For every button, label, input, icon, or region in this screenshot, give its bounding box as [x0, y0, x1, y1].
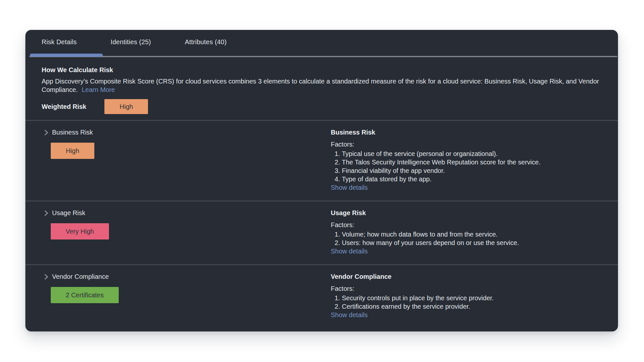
show-details-link[interactable]: Show details	[331, 184, 368, 191]
factors-label: Factors:	[331, 285, 611, 292]
intro-heading: How We Calculate Risk	[42, 66, 611, 74]
business-risk-title: Business Risk	[52, 129, 93, 136]
factors-label: Factors:	[331, 221, 611, 229]
show-details-link[interactable]: Show details	[331, 311, 368, 319]
active-tab-indicator	[30, 54, 103, 57]
intro-text: App Discovery’s Composite Risk Score (CR…	[42, 77, 611, 94]
tab-attributes[interactable]: Attributes (40)	[185, 38, 227, 46]
business-risk-badge: High	[51, 143, 94, 159]
factor-item: The Talos Security Intelligence Web Repu…	[342, 158, 611, 166]
usage-risk-title: Usage Risk	[52, 209, 85, 217]
chevron-right-icon	[43, 129, 49, 136]
weighted-risk-row: Weighted Risk High	[42, 99, 611, 114]
vendor-compliance-details: Vendor Compliance Factors: Security cont…	[331, 273, 611, 319]
tab-divider-line	[29, 56, 617, 57]
factors-list: Typical use of the service (personal or …	[331, 149, 611, 183]
factors-label: Factors:	[331, 141, 611, 148]
vendor-compliance-badge: 2 Certificates	[51, 287, 119, 303]
usage-risk-summary: Usage Risk Very High	[42, 209, 331, 255]
business-risk-summary: Business Risk High	[42, 129, 331, 191]
factor-item: Users: how many of your users depend on …	[342, 239, 611, 247]
factor-item: Financial viability of the app vendor.	[342, 166, 611, 175]
usage-risk-toggle[interactable]: Usage Risk	[43, 209, 331, 217]
detail-title: Vendor Compliance	[331, 273, 611, 280]
factors-list: Volume; how much data flows to and from …	[331, 230, 611, 247]
how-we-calculate-risk-section: How We Calculate Risk App Discovery’s Co…	[25, 57, 618, 120]
factor-item: Type of data stored by the app.	[342, 175, 611, 183]
learn-more-link[interactable]: Learn More	[82, 86, 115, 93]
factors-list: Security controls put in place by the se…	[331, 294, 611, 311]
factor-item: Typical use of the service (personal or …	[342, 149, 611, 158]
factor-item: Certifications earned by the service pro…	[342, 302, 611, 311]
vendor-compliance-title: Vendor Compliance	[52, 273, 109, 280]
weighted-risk-label: Weighted Risk	[42, 103, 86, 110]
vendor-compliance-summary: Vendor Compliance 2 Certificates	[42, 273, 331, 319]
risk-section-usage: Usage Risk Very High Usage Risk Factors:…	[25, 200, 618, 264]
detail-title: Business Risk	[331, 129, 611, 136]
usage-risk-badge: Very High	[51, 223, 109, 239]
chevron-right-icon	[43, 210, 49, 216]
chevron-right-icon	[43, 274, 49, 280]
show-details-link[interactable]: Show details	[331, 248, 368, 255]
factor-item: Security controls put in place by the se…	[342, 294, 611, 302]
intro-body-text: App Discovery’s Composite Risk Score (CR…	[42, 78, 599, 93]
vendor-compliance-toggle[interactable]: Vendor Compliance	[43, 273, 331, 280]
factor-item: Volume; how much data flows to and from …	[342, 230, 611, 239]
weighted-risk-badge: High	[104, 99, 148, 114]
detail-title: Usage Risk	[331, 209, 611, 217]
business-risk-details: Business Risk Factors: Typical use of th…	[331, 129, 611, 191]
business-risk-toggle[interactable]: Business Risk	[43, 129, 331, 136]
risk-section-business: Business Risk High Business Risk Factors…	[25, 120, 618, 200]
risk-section-vendor-compliance: Vendor Compliance 2 Certificates Vendor …	[25, 264, 618, 328]
tab-risk-details[interactable]: Risk Details	[42, 38, 77, 46]
tab-bar: Risk Details Identities (25) Attributes …	[25, 30, 618, 57]
tab-identities[interactable]: Identities (25)	[111, 38, 151, 46]
risk-details-panel: Risk Details Identities (25) Attributes …	[25, 30, 618, 331]
usage-risk-details: Usage Risk Factors: Volume; how much dat…	[331, 209, 611, 255]
